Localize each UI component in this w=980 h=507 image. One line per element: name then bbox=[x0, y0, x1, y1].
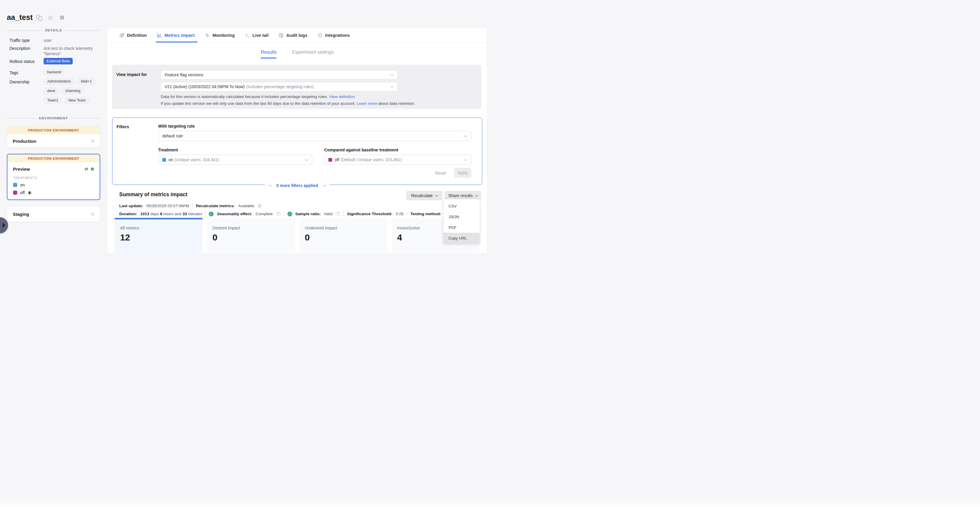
tab-live-tail[interactable]: Live tail bbox=[245, 28, 269, 43]
subtab-results[interactable]: Results bbox=[261, 49, 277, 59]
page-title: aa_test bbox=[7, 13, 33, 22]
tab-definition[interactable]: Definition bbox=[119, 28, 147, 43]
version-select[interactable]: V21 (Active) (10/03/2022 04:59PM To Now)… bbox=[161, 82, 398, 91]
help-icon[interactable]: ? bbox=[276, 212, 281, 216]
tab-label: Audit logs bbox=[286, 33, 307, 38]
note-text: about data retention. bbox=[378, 101, 415, 106]
last-update-value: 05/30/2025 03:57:06PM bbox=[146, 204, 189, 208]
status-dot-gray bbox=[91, 212, 94, 216]
targeting-rule-select[interactable]: default rule bbox=[158, 131, 471, 141]
treatment-on-label: on bbox=[20, 183, 25, 187]
environment-label: ENVIRONMENT bbox=[39, 116, 68, 120]
ownership-chip[interactable]: Administrators bbox=[44, 78, 75, 85]
info-icon[interactable]: i bbox=[258, 204, 262, 208]
check-circle-icon: ✓ bbox=[287, 212, 292, 217]
tab-bar: Definition Metrics impact Monitoring Liv… bbox=[107, 28, 487, 43]
env-card-staging[interactable]: Staging bbox=[7, 206, 100, 222]
env-card-production[interactable]: PRODUCTION ENVIRONMENT Production bbox=[7, 126, 100, 148]
line-chart-icon bbox=[157, 33, 162, 38]
production-environment-banner: PRODUCTION ENVIRONMENT bbox=[7, 126, 100, 134]
menu-item-json[interactable]: JSON bbox=[444, 211, 480, 222]
treatment-value: on bbox=[169, 157, 173, 162]
treatments-label: TREATMENTS bbox=[7, 175, 100, 180]
metric-card-undesired-impact[interactable]: Undesired impact 0 bbox=[299, 218, 387, 254]
reset-button[interactable]: Reset bbox=[435, 171, 446, 175]
chevron-down-icon bbox=[464, 158, 467, 161]
rollout-status-badge[interactable]: External Beta bbox=[44, 58, 73, 64]
duration-label: Duration: bbox=[119, 212, 137, 216]
tab-metrics-impact[interactable]: Metrics impact bbox=[157, 28, 195, 43]
treatment-on-swatch bbox=[162, 158, 166, 162]
recalculate-button[interactable]: Recalculate bbox=[406, 191, 442, 200]
ownership-chip[interactable]: New Team bbox=[65, 97, 89, 104]
metric-summary-cards: All metrics 12 Desired impact 0 Undesire… bbox=[115, 218, 480, 254]
significance-threshold-value: 0.05 bbox=[396, 212, 403, 216]
tab-monitoring[interactable]: Monitoring bbox=[205, 28, 235, 43]
tab-label: Integrations bbox=[325, 33, 350, 38]
impact-source-value: Feature flag versions bbox=[165, 72, 204, 77]
ownership-chip[interactable]: dave bbox=[44, 88, 59, 94]
tab-audit-logs[interactable]: Audit logs bbox=[278, 28, 307, 43]
terminal-icon bbox=[245, 33, 250, 38]
version-note-2: If you update this version we will only … bbox=[161, 101, 415, 106]
note-text: Data for this version is automatically c… bbox=[161, 94, 328, 99]
ownership-chip[interactable]: Team1 bbox=[44, 97, 62, 104]
subtab-experiment-settings[interactable]: Experiment settings bbox=[292, 49, 334, 59]
baseline-select[interactable]: off (Default | Unique users: 315,461) bbox=[324, 155, 471, 165]
learn-more-link[interactable]: Learn more bbox=[356, 101, 377, 106]
divider bbox=[344, 211, 344, 217]
view-impact-panel: View impact for Feature flag versions V2… bbox=[112, 65, 481, 109]
results-subtab-bar: Results Experiment settings bbox=[107, 49, 487, 59]
audit-log-icon bbox=[278, 33, 284, 38]
ownership-chip[interactable]: bilal+1 bbox=[77, 78, 95, 85]
summary-title: Summary of metrics impact bbox=[119, 191, 188, 198]
ownership-chip[interactable]: channing bbox=[62, 88, 84, 94]
divider bbox=[284, 211, 284, 217]
impact-source-select[interactable]: Feature flag versions bbox=[161, 70, 398, 80]
details-section-header: DETAILS bbox=[7, 29, 100, 32]
status-dot-green bbox=[91, 167, 94, 171]
env-name-production: Production bbox=[13, 139, 36, 143]
testing-method-label: Testing method: bbox=[410, 212, 441, 216]
chevron-down-icon bbox=[390, 73, 394, 76]
metric-card-label: Desired impact bbox=[212, 226, 289, 230]
tags-label: Tags bbox=[10, 70, 18, 75]
apply-button[interactable]: Apply bbox=[454, 168, 471, 178]
targeting-rule-label: With targeting rule bbox=[158, 124, 195, 129]
traffic-type-value: user bbox=[44, 38, 98, 43]
arrow-right-icon bbox=[3, 223, 5, 228]
version-value: V21 (Active) (10/03/2022 04:59PM To Now) bbox=[165, 84, 245, 89]
metric-card-all-metrics[interactable]: All metrics 12 bbox=[115, 218, 203, 254]
star-icon[interactable]: ☆ bbox=[48, 15, 53, 21]
version-secondary: (Includes percentage targeting rules) bbox=[246, 84, 314, 89]
copy-icon[interactable] bbox=[36, 15, 42, 21]
gear-icon[interactable]: ⚙ bbox=[59, 15, 65, 21]
metric-card-label: All metrics bbox=[120, 226, 197, 230]
env-card-preview[interactable]: PRODUCTION ENVIRONMENT Preview ⇄ TREATME… bbox=[7, 154, 100, 200]
tag-chip[interactable]: backend bbox=[44, 69, 65, 76]
version-note-1: Data for this version is automatically c… bbox=[161, 94, 355, 99]
tab-label: Definition bbox=[127, 33, 147, 38]
chevron-down-icon bbox=[464, 134, 467, 137]
default-treatment-asterisk-icon bbox=[28, 191, 32, 195]
menu-item-copy-url[interactable]: Copy URL bbox=[444, 233, 480, 243]
tab-integrations[interactable]: Integrations bbox=[317, 28, 350, 43]
ownership-chips: Administrators bilal+1 dave channing Tea… bbox=[44, 78, 103, 104]
recalculate-metrics-value: Available bbox=[238, 204, 255, 208]
menu-item-csv[interactable]: CSV bbox=[444, 201, 480, 211]
divider bbox=[192, 203, 192, 208]
treatment-select[interactable]: on (Unique users: 316,341) bbox=[158, 155, 312, 165]
view-definition-link[interactable]: View definition bbox=[329, 94, 355, 99]
chevron-down-icon bbox=[390, 84, 394, 88]
chevron-down-icon bbox=[435, 194, 438, 197]
help-icon[interactable]: ? bbox=[336, 212, 340, 216]
more-filters-toggle[interactable]: 0 more filters applied bbox=[265, 183, 330, 188]
metric-card-desired-impact[interactable]: Desired impact 0 bbox=[207, 218, 295, 254]
description-label: Description bbox=[10, 46, 30, 51]
menu-item-pdf[interactable]: PDF bbox=[444, 222, 480, 233]
targeting-rule-value: default rule bbox=[162, 134, 183, 138]
swap-treatments-icon[interactable]: ⇄ bbox=[84, 166, 88, 172]
seasonality-value: Complete bbox=[256, 212, 273, 216]
metric-card-value: 12 bbox=[120, 233, 197, 242]
sample-ratio-label: Sample ratio: bbox=[296, 212, 321, 216]
